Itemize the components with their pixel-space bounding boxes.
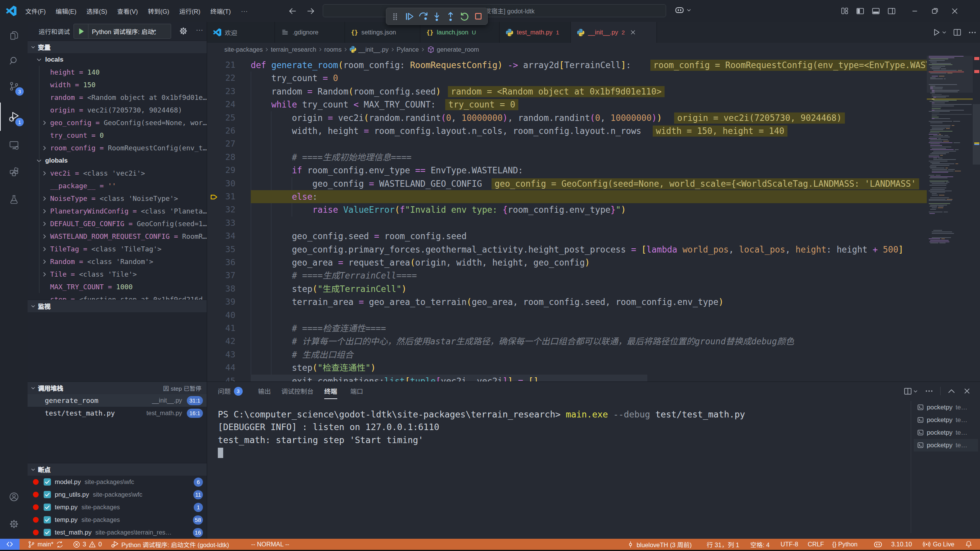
menu-more[interactable]: ··· xyxy=(237,8,253,14)
toggle-sidebar-button[interactable] xyxy=(856,7,864,15)
breakpoint-checkbox[interactable] xyxy=(44,529,51,536)
breakpoint-row[interactable]: temp.pysite-packages58 xyxy=(28,514,207,526)
breakpoint-row[interactable]: test_math.pysite-packages\terrain_res…16 xyxy=(28,526,207,539)
panel-tab-terminal-active[interactable]: 终端 xyxy=(324,382,337,400)
tab-settings.json[interactable]: {}settings.json xyxy=(345,22,420,43)
variable-row[interactable]: globals xyxy=(28,154,207,167)
menu-run[interactable]: 运行(R) xyxy=(175,7,204,16)
menu-view[interactable]: 查看(V) xyxy=(113,7,142,16)
variable-row[interactable]: MAX_TRY_COUNT = 1000 xyxy=(28,280,207,293)
debug-stop-button[interactable] xyxy=(471,10,485,23)
section-watch[interactable]: 监视 xyxy=(28,300,207,312)
command-center-search[interactable]: [拓展开发宿主] godot-ldtk xyxy=(323,4,666,17)
terminal-list-item[interactable]: pocketpyte… xyxy=(914,439,978,452)
panel-more-actions[interactable] xyxy=(924,386,934,396)
close-tab-icon[interactable] xyxy=(630,29,636,36)
tab-launch.json[interactable]: {}launch.jsonU xyxy=(420,22,500,43)
section-callstack[interactable]: 调用堆栈因 step 已暂停 xyxy=(28,381,207,394)
variable-row[interactable]: width = 150 xyxy=(28,78,207,91)
menu-terminal[interactable]: 终端(T) xyxy=(206,7,234,16)
restore-button[interactable] xyxy=(925,0,945,22)
activity-extensions[interactable] xyxy=(0,158,28,185)
minimap-slider[interactable] xyxy=(927,56,973,93)
debug-step-over-button[interactable] xyxy=(416,10,430,23)
editor-more-actions[interactable] xyxy=(968,28,977,37)
cursor-position[interactable]: 行 31，列 1 xyxy=(707,539,739,550)
encoding[interactable]: UTF-8 xyxy=(781,539,798,550)
vim-mode[interactable]: -- NORMAL -- xyxy=(251,539,289,550)
activity-run-debug[interactable]: 1 xyxy=(0,103,28,130)
copilot-button[interactable] xyxy=(675,5,691,15)
close-panel-button[interactable] xyxy=(962,386,972,396)
panel-tab-[interactable]: 端口 xyxy=(350,382,363,400)
split-editor-button[interactable] xyxy=(953,28,962,37)
activity-testing[interactable] xyxy=(0,186,28,213)
debug-step-out-button[interactable] xyxy=(444,10,457,23)
breakpoint-checkbox[interactable] xyxy=(44,491,51,498)
variable-row[interactable]: NoiseType = <class 'NoiseType'> xyxy=(28,192,207,205)
eol[interactable]: CRLF xyxy=(808,539,824,550)
breakpoint-checkbox[interactable] xyxy=(44,478,51,486)
menu-selection[interactable]: 选择(S) xyxy=(83,7,111,16)
indentation[interactable]: 空格: 4 xyxy=(750,539,770,550)
maximize-panel-button[interactable] xyxy=(947,387,956,396)
toggle-secondary-sidebar-button[interactable] xyxy=(887,7,896,15)
variable-row[interactable]: Tile = <class 'Tile'> xyxy=(28,268,207,280)
breakpoint-row[interactable]: model.pysite-packages\wfc6 xyxy=(28,476,207,488)
minimap[interactable] xyxy=(927,56,973,381)
activity-source-control[interactable]: 3 xyxy=(0,73,28,99)
sidebar-more-actions[interactable]: ··· xyxy=(196,26,203,34)
branch-status[interactable]: main* xyxy=(28,539,64,550)
menu-edit[interactable]: 编辑(E) xyxy=(52,7,80,16)
notifications[interactable] xyxy=(965,539,973,550)
breadcrumb-sitepackages[interactable]: site-packages xyxy=(224,46,263,53)
terminal-list-item[interactable]: pocketpyte… xyxy=(914,414,978,426)
terminal[interactable]: PS C:\computer_science\godot-ldtk\site-p… xyxy=(218,402,907,536)
breadcrumb-Pylance[interactable]: Pylance xyxy=(397,46,419,53)
menu-file[interactable]: 文件(F) xyxy=(21,7,49,16)
scrollbar-thumb[interactable] xyxy=(973,104,980,165)
activity-explorer[interactable] xyxy=(0,22,28,49)
go-live[interactable]: Go Live xyxy=(923,539,954,550)
variable-row[interactable]: try_count = 0 xyxy=(28,129,207,142)
breadcrumb-terrain_research[interactable]: terrain_research xyxy=(271,46,316,53)
activity-remote-explorer[interactable] xyxy=(0,131,28,158)
breadcrumb-rooms[interactable]: rooms xyxy=(324,46,341,53)
variable-row[interactable]: locals xyxy=(28,53,207,66)
variable-row[interactable]: random = <Random object at 0x1bf9d01e… xyxy=(28,91,207,104)
run-python-file-button[interactable] xyxy=(932,28,947,37)
debug-restart-button[interactable] xyxy=(457,10,471,23)
toolbar-grip[interactable] xyxy=(389,10,402,23)
debug-step-into-button[interactable] xyxy=(430,10,444,23)
history-forward-icon[interactable] xyxy=(306,7,315,16)
history-back-icon[interactable] xyxy=(288,7,297,16)
breakpoint-checkbox[interactable] xyxy=(44,504,51,511)
language-mode[interactable]: {} Python xyxy=(832,539,858,550)
tab-__init__.py[interactable]: __init__.py2 xyxy=(571,22,657,43)
activity-account[interactable] xyxy=(0,483,28,510)
terminal-list-sash[interactable] xyxy=(911,401,911,533)
variable-row[interactable]: origin = vec2i(7205730, 9024468) xyxy=(28,104,207,116)
terminal-list-item[interactable]: pocketpyte… xyxy=(914,426,978,439)
panel-tab-[interactable]: 调试控制台 xyxy=(281,382,314,400)
panel-tab-[interactable]: 问题3 xyxy=(218,382,243,400)
copilot-status[interactable] xyxy=(874,539,882,550)
overview-ruler[interactable] xyxy=(973,56,980,381)
menu-go[interactable]: 转到(G) xyxy=(144,7,173,16)
callstack-frame[interactable]: test/test_math.pytest_math.py16:1 xyxy=(28,407,207,419)
python-version[interactable]: 3.10.10 xyxy=(891,539,912,550)
variable-row[interactable]: PlanetaryWindConfig = <class 'Planeta… xyxy=(28,205,207,217)
variable-row[interactable]: vec2i = <class 'vec2i'> xyxy=(28,167,207,179)
close-button[interactable] xyxy=(945,0,965,22)
commit-status[interactable]: blueloveTH (3 周前) xyxy=(627,539,692,550)
tab-.gdignore[interactable]: .gdignore xyxy=(275,22,345,43)
minimize-button[interactable] xyxy=(905,0,925,22)
tab-[interactable]: 欢迎 xyxy=(207,22,275,43)
variable-row[interactable]: __package__ = '' xyxy=(28,179,207,192)
start-debug-button[interactable] xyxy=(74,24,88,38)
debug-status[interactable]: Python 调试程序: 启动文件 (godot-ldtk) xyxy=(111,539,229,550)
breakpoint-row[interactable]: temp.pysite-packages1 xyxy=(28,501,207,514)
toggle-panel-button[interactable] xyxy=(872,7,880,15)
activity-settings[interactable] xyxy=(0,510,28,537)
tab-test_math.py[interactable]: test_math.py1 xyxy=(500,22,571,43)
